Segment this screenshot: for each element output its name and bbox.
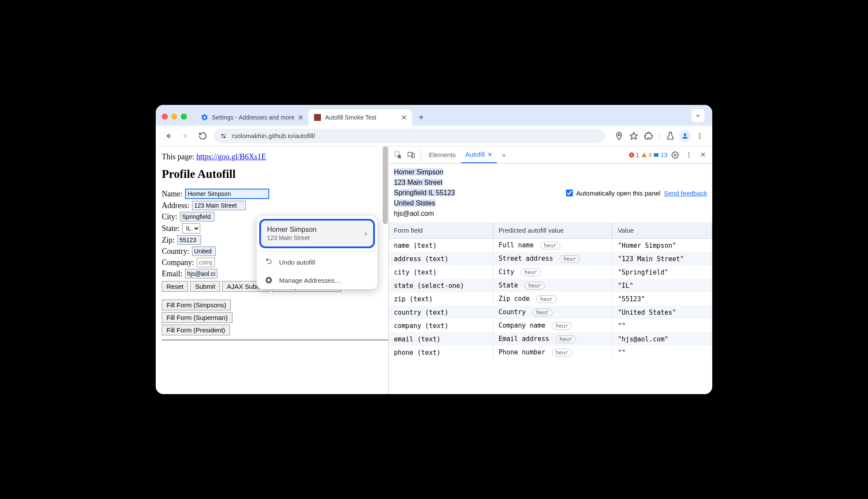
page-heading: Profile Autofill [162, 167, 388, 181]
svg-point-5 [224, 136, 225, 138]
cell-value: "IL" [612, 279, 712, 292]
table-row[interactable]: city (text)City heur"Springfield" [389, 265, 712, 279]
site-settings-icon[interactable] [220, 132, 227, 140]
close-tab-button[interactable]: ✕ [401, 114, 407, 122]
city-label: City: [162, 212, 177, 221]
autofill-table-wrap: Form field Predicted autofill value Valu… [389, 222, 712, 394]
cell-predicted: Email address heur [493, 332, 612, 346]
country-input[interactable] [192, 246, 216, 256]
table-row[interactable]: zip (text)Zip code heur"55123" [389, 292, 712, 306]
autofill-toolbar: Homer Simpson 123 Main Street Springfiel… [389, 164, 712, 222]
table-row[interactable]: phone (text)Phone number heur"" [389, 346, 712, 359]
cell-field: address (text) [389, 252, 493, 265]
bookmark-button[interactable] [627, 129, 640, 142]
city-input[interactable] [180, 212, 214, 221]
manage-addresses-label: Manage Addresses… [279, 277, 341, 284]
table-row[interactable]: company (text)Company name heur"" [389, 319, 712, 332]
close-tab-button[interactable]: ✕ [298, 114, 303, 122]
cell-predicted: Zip code heur [493, 292, 612, 306]
address-name: Homer Simpson [394, 168, 443, 176]
error-count[interactable]: 1 [629, 152, 639, 158]
close-window-button[interactable] [162, 114, 168, 120]
close-tab-icon[interactable]: ✕ [487, 151, 493, 158]
labs-button[interactable] [664, 129, 677, 142]
col-predicted[interactable]: Predicted autofill value [493, 222, 612, 239]
cell-field: city (text) [389, 265, 493, 279]
autofill-tab[interactable]: Autofill ✕ [461, 146, 497, 163]
svg-marker-7 [630, 132, 638, 139]
inspect-element-button[interactable] [392, 149, 404, 161]
page-favicon [314, 114, 321, 121]
name-input[interactable] [185, 189, 269, 199]
svg-point-10 [699, 133, 701, 134]
undo-autofill-item[interactable]: Undo autofill [257, 253, 377, 271]
close-devtools-button[interactable]: ✕ [697, 149, 709, 161]
fill-president-button[interactable]: Fill Form (President) [162, 325, 230, 335]
reload-button[interactable] [196, 129, 209, 142]
state-select[interactable]: IL [182, 223, 200, 234]
country-label: Country: [162, 247, 189, 256]
address-input[interactable] [192, 201, 246, 210]
scrollbar[interactable] [382, 146, 389, 394]
cell-value: "Springfield" [612, 265, 712, 279]
tab-settings[interactable]: Settings - Addresses and more ✕ [195, 109, 308, 126]
new-tab-button[interactable]: + [415, 111, 428, 124]
address-street: 123 Main Street [394, 179, 443, 186]
svg-point-21 [689, 152, 690, 154]
submit-button[interactable]: Submit [190, 281, 220, 292]
this-page-link[interactable]: https://goo.gl/B6Xs1E [196, 152, 266, 161]
table-row[interactable]: state (select-one)State heur"IL" [389, 279, 712, 292]
fill-superman-button[interactable]: Fill Form (Superman) [162, 312, 233, 323]
state-label: State: [162, 224, 179, 233]
more-options-button[interactable] [683, 149, 695, 161]
svg-point-11 [699, 135, 701, 136]
tab-strip: Settings - Addresses and more ✕ Autofill… [156, 105, 712, 126]
tab-search-button[interactable] [692, 109, 704, 122]
address-label: Address: [162, 201, 189, 210]
table-row[interactable]: email (text)Email address heur"hjs@aol.c… [389, 332, 712, 346]
svg-point-6 [618, 134, 620, 136]
email-input[interactable] [185, 269, 217, 278]
address-email: hjs@aol.com [394, 210, 434, 217]
table-row[interactable]: address (text)Street address heur"123 Ma… [389, 252, 712, 265]
location-icon[interactable] [613, 129, 626, 142]
forward-button[interactable] [179, 129, 192, 142]
reset-button[interactable]: Reset [162, 281, 188, 292]
cell-field: state (select-one) [389, 279, 493, 292]
minimize-window-button[interactable] [171, 114, 177, 120]
svg-rect-19 [654, 153, 659, 156]
company-input[interactable] [197, 258, 215, 267]
cell-value: "United States" [612, 306, 712, 319]
more-tabs-button[interactable]: » [498, 146, 510, 163]
profile-button[interactable] [679, 129, 692, 142]
warning-count[interactable]: 4 [641, 152, 652, 158]
info-count[interactable]: 13 [653, 152, 667, 158]
extensions-button[interactable] [642, 129, 655, 142]
manage-addresses-item[interactable]: Manage Addresses… [257, 271, 377, 289]
address-cityline: Springfield IL 55123 [394, 189, 455, 196]
device-toolbar-button[interactable] [405, 149, 417, 161]
table-row[interactable]: country (text)Country heur"United States… [389, 306, 712, 319]
name-label: Name: [162, 189, 182, 199]
col-value[interactable]: Value [612, 222, 712, 239]
address-bar[interactable]: rsolomakhin.github.io/autofill/ [214, 129, 605, 143]
settings-button[interactable] [669, 149, 681, 161]
autofill-suggestion[interactable]: Homer Simpson 123 Main Street › [259, 219, 375, 248]
zip-input[interactable] [177, 235, 201, 245]
elements-tab[interactable]: Elements [425, 146, 460, 163]
tab-autofill-smoke-test[interactable]: Autofill Smoke Test ✕ [308, 109, 412, 126]
autofill-popup: Homer Simpson 123 Main Street › Undo aut… [257, 216, 377, 289]
fill-simpsons-button[interactable]: Fill Form (Simpsons) [162, 300, 231, 310]
address-block: Homer Simpson 123 Main Street Springfiel… [394, 167, 455, 219]
cell-field: phone (text) [389, 346, 493, 359]
menu-button[interactable] [693, 129, 706, 142]
back-button[interactable] [162, 129, 175, 142]
table-row[interactable]: name (text)Full name heur"Homer Simpson" [389, 239, 712, 253]
send-feedback-link[interactable]: Send feedback [664, 189, 707, 197]
svg-point-9 [684, 133, 686, 136]
maximize-window-button[interactable] [181, 114, 187, 120]
scrollbar-thumb[interactable] [383, 146, 388, 224]
svg-point-14 [267, 279, 270, 281]
col-form-field[interactable]: Form field [389, 222, 493, 239]
auto-open-checkbox[interactable] [566, 189, 573, 196]
